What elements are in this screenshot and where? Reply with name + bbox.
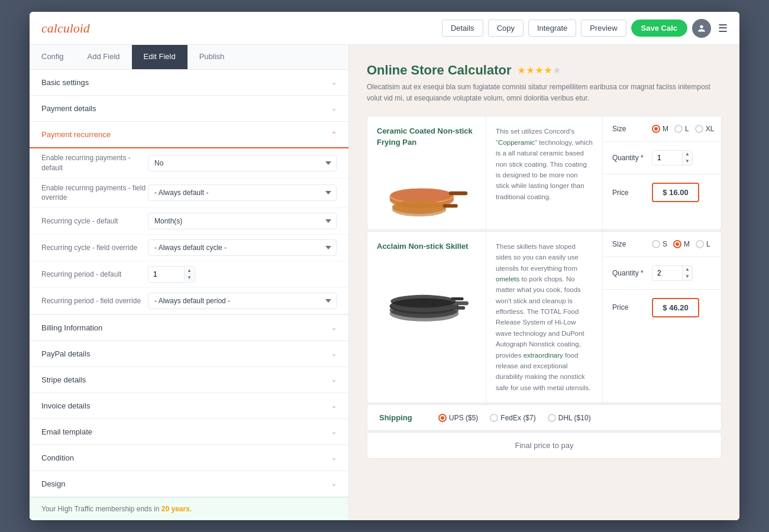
quantity-spinners-2: ▲ ▼ [682,266,692,280]
shipping-ups[interactable]: UPS ($5) [438,414,478,422]
quantity-input-2[interactable] [652,266,682,280]
quantity-label-2: Quantity * [612,269,645,277]
chevron-down-icon: ⌄ [331,376,337,384]
field-row-cycle-override: Recurring cycle - field override - Alway… [30,235,348,261]
footer-text: Your High Traffic membership ends in [41,505,159,513]
details-button[interactable]: Details [442,20,483,37]
qty-down-1[interactable]: ▼ [683,158,692,165]
product-2-desc-cell: These skillets have sloped sides so you … [486,232,603,403]
quantity-input-wrap-2: ▲ ▼ [652,265,693,281]
product-1-desc-cell: This set utilizes Concord's "Copperamic"… [486,116,603,229]
shipping-fedex-label: FedEx ($7) [500,414,535,422]
integrate-button[interactable]: Integrate [528,20,576,37]
size-option-xl-1[interactable]: XL [695,125,715,133]
field-value-enable-override: - Always default - [148,184,337,201]
shipping-ups-label: UPS ($5) [449,414,478,422]
product-1-price-row: Price $ 16.00 [603,174,721,210]
size-option-l-2[interactable]: L [696,240,710,248]
svg-point-6 [392,200,447,213]
product-2-controls: Size S M L [603,232,721,403]
radio-m-2 [673,240,681,248]
main-layout: Config Add Field Edit Field Publish Basi… [30,45,739,520]
svg-rect-13 [451,306,465,310]
accordion-billing-info-header[interactable]: Billing Information ⌄ [30,315,348,340]
chevron-down-icon: ⌄ [331,105,337,112]
tab-edit-field[interactable]: Edit Field [132,45,188,69]
frying-pan-image [380,158,468,217]
star-rating: ★ ★ ★ ★ ★ [518,66,561,75]
radio-l-1 [674,125,683,133]
accordion-stripe-details-label: Stripe details [41,375,86,384]
size-option-m-1[interactable]: M [652,125,668,133]
preview-button[interactable]: Preview [581,20,626,37]
accordion-design: Design ⌄ [30,471,348,497]
select-cycle-default[interactable]: Month(s) [148,213,337,229]
left-panel: Config Add Field Edit Field Publish Basi… [30,45,349,520]
field-row-period-override: Recurring period - field override - Alwa… [30,288,348,314]
radio-l-2 [696,240,704,248]
highlight-copperamic: Copperamic [498,139,535,146]
size-option-m-2[interactable]: M [673,240,690,248]
qty-up-2[interactable]: ▲ [683,266,692,273]
tab-config[interactable]: Config [30,45,76,69]
accordion-invoice-details-label: Invoice details [41,401,90,410]
accordion-payment-recurrence-header[interactable]: Payment recurrence ⌃ [30,122,348,148]
hamburger-icon[interactable]: ☰ [718,22,728,35]
product-1-image [377,155,471,220]
field-label-period-override: Recurring period - field override [41,296,148,306]
qty-up-1[interactable]: ▲ [683,151,692,158]
product-2-image-cell: Acclaim Non-stick Skillet [367,232,486,403]
footer-highlight: 20 years [161,505,190,513]
star-3: ★ [535,66,543,75]
avatar-button[interactable] [692,19,711,38]
select-cycle-override[interactable]: - Always default cycle - [148,239,337,256]
accordion-stripe-details-header[interactable]: Stripe details ⌄ [30,367,348,392]
field-label-enable-override: Enable recurring payments - field overri… [41,183,148,203]
spinner-down[interactable]: ▼ [185,274,194,281]
copy-button[interactable]: Copy [488,20,524,37]
accordion-invoice-details-header[interactable]: Invoice details ⌄ [30,393,348,419]
product-2-price-row: Price $ 46.20 [603,290,721,326]
field-label-cycle-override: Recurring cycle - field override [41,243,148,253]
accordion-payment-details-header[interactable]: Payment details ⌄ [30,96,348,121]
accordion-paypal-details-header[interactable]: PayPal details ⌄ [30,341,348,366]
product-1-quantity-row: Quantity * ▲ ▼ [603,142,721,174]
accordion-condition-header[interactable]: Condition ⌄ [30,445,348,471]
chevron-down-icon: ⌄ [331,79,337,86]
calculator-title: Online Store Calculator [367,63,512,78]
field-row-period-default: Recurring period - default ▲ ▼ [30,261,348,288]
size-option-l-1[interactable]: L [674,125,689,133]
app-logo: calculoid [41,21,90,36]
tab-add-field[interactable]: Add Field [76,45,132,69]
chevron-down-icon: ⌄ [331,350,337,358]
skillet-image [380,259,468,324]
spinner-up[interactable]: ▲ [185,267,194,274]
select-period-override[interactable]: - Always default period - [148,293,337,309]
svg-rect-15 [451,297,464,300]
accordion-design-header[interactable]: Design ⌄ [30,471,348,497]
shipping-dhl[interactable]: DHL ($10) [548,414,591,422]
size-option-s-2[interactable]: S [652,240,667,248]
number-input-period: ▲ ▼ [148,266,195,283]
shipping-fedex[interactable]: FedEx ($7) [490,414,535,422]
shipping-label: Shipping [379,413,426,422]
save-button[interactable]: Save Calc [631,20,687,37]
select-enable-default[interactable]: No [148,155,337,171]
period-default-input[interactable] [148,267,184,282]
product-1-image-cell: Ceramic Coated Non-stick Frying Pan [367,116,486,229]
qty-down-2[interactable]: ▼ [683,273,692,280]
accordion-email-template-header[interactable]: Email template ⌄ [30,419,348,445]
quantity-input-1[interactable] [652,151,682,165]
accordion-basic-settings-header[interactable]: Basic settings ⌄ [30,70,348,95]
product-1-description: This set utilizes Concord's "Copperamic"… [496,126,593,202]
select-enable-override[interactable]: - Always default - [148,184,337,201]
highlight-extraordinary: extraordinary [524,352,563,359]
app-window: calculoid Details Copy Integrate Preview… [30,12,739,520]
chevron-down-icon: ⌄ [331,324,337,332]
price-label-2: Price [612,303,645,312]
field-row-enable-default: Enable recurring payments - default No [30,148,348,179]
tab-publish[interactable]: Publish [188,45,237,69]
field-row-enable-override: Enable recurring payments - field overri… [30,179,348,209]
product-card-1: Ceramic Coated Non-stick Frying Pan [367,116,722,229]
top-navigation: calculoid Details Copy Integrate Preview… [30,12,739,45]
